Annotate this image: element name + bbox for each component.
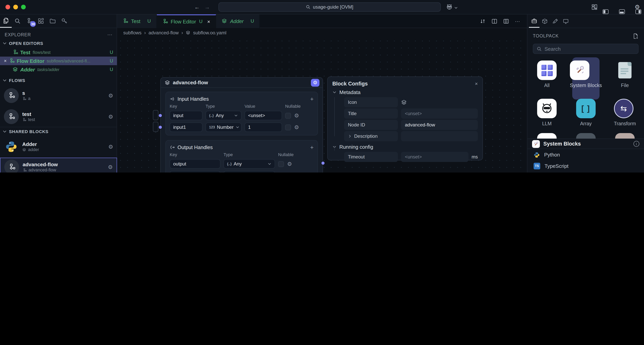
block-title: advanced-flow — [22, 162, 104, 167]
nullable-checkbox[interactable] — [285, 124, 291, 130]
key-field[interactable]: input — [170, 111, 202, 120]
gear-icon[interactable]: ⚙ — [108, 144, 113, 149]
theme-brush-activity-icon[interactable] — [550, 15, 560, 28]
type-select[interactable]: 123Number — [206, 123, 242, 132]
gear-icon[interactable]: ⚙ — [287, 161, 292, 167]
metadata-group[interactable]: Metadata — [332, 88, 478, 96]
extensions-activity-icon[interactable] — [35, 15, 47, 28]
shared-block-adder[interactable]: Adder adder ⚙ — [0, 137, 117, 156]
running-config-group[interactable]: Running config — [332, 143, 478, 151]
category-system-blocks[interactable]: System Blocks — [570, 61, 602, 89]
key-field[interactable]: input1 — [170, 123, 202, 132]
value-field[interactable]: <unset> — [244, 111, 282, 120]
timeout-field-value[interactable]: <unset> — [401, 152, 468, 162]
toolpack-search[interactable] — [533, 44, 638, 54]
node-advanced-flow[interactable]: advanced-flow ⚙ Input Handles + KeyType — [160, 77, 323, 173]
flows-activity-icon[interactable]: 38 — [24, 15, 35, 28]
compare-changes-icon[interactable] — [480, 18, 486, 24]
toolpack-activity-icon[interactable] — [529, 15, 540, 28]
category-llm[interactable]: LLM — [537, 99, 557, 127]
more-actions-icon[interactable]: ··· — [515, 18, 520, 24]
open-editors-section[interactable]: OPEN EDITORS — [2, 41, 43, 46]
window-controls[interactable] — [6, 5, 26, 9]
type-select[interactable]: {..}Any — [224, 159, 275, 169]
preview-monitor-activity-icon[interactable] — [560, 15, 571, 28]
gear-icon[interactable]: ⚙ — [108, 93, 113, 98]
open-editor-test[interactable]: Test flows/test U — [0, 48, 117, 57]
split-editor-icon[interactable] — [492, 18, 497, 24]
chevron-down-icon[interactable] — [454, 6, 458, 10]
flow-item-s[interactable]: s a ⚙ — [0, 86, 117, 105]
type-select[interactable]: {..}Any — [206, 111, 242, 120]
value-field[interactable]: 1 — [244, 123, 282, 132]
shared-blocks-section[interactable]: SHARED BLOCKS — [2, 129, 48, 134]
breadcrumb-item[interactable]: subflows — [123, 30, 142, 36]
system-blocks-header[interactable]: System Blocks i — [527, 139, 644, 149]
gear-icon[interactable]: ⚙ — [294, 113, 299, 118]
flows-section[interactable]: FLOWS — [2, 78, 25, 83]
category-all[interactable]: All — [537, 61, 557, 89]
folder-activity-icon[interactable] — [47, 15, 58, 28]
nullable-checkbox[interactable] — [278, 161, 284, 167]
add-output-icon[interactable]: + — [310, 144, 314, 150]
explorer-activity-icon[interactable] — [0, 15, 12, 28]
input-handle-port[interactable] — [158, 114, 162, 118]
close-icon[interactable]: × — [4, 58, 7, 64]
maximize-window-button[interactable] — [21, 5, 26, 9]
open-editor-adder[interactable]: Adder tasks/adder U — [0, 65, 117, 74]
gear-icon[interactable]: ⚙ — [108, 114, 113, 119]
secrets-key-activity-icon[interactable] — [58, 15, 70, 28]
close-icon[interactable]: × — [207, 19, 210, 24]
breadcrumb-item[interactable]: subflow.oo.yaml — [193, 30, 226, 36]
block-typescript[interactable]: TS TypeScript — [527, 160, 644, 172]
open-editor-flow-editor[interactable]: × Flow Editor subflows/advanced-fl... U — [0, 57, 117, 65]
breadcrumb-item[interactable]: advanced-flow — [148, 30, 179, 36]
output-handle-port[interactable] — [321, 161, 325, 165]
close-icon[interactable]: × — [475, 81, 478, 87]
package-activity-icon[interactable] — [540, 15, 550, 28]
node-header[interactable]: advanced-flow ⚙ — [161, 78, 322, 88]
block-stack-icon[interactable] — [401, 99, 407, 105]
key-field[interactable]: output — [170, 159, 220, 169]
tab-adder[interactable]: Adder U — [216, 14, 260, 28]
block-javascript[interactable]: JS JavaScript — [527, 172, 644, 173]
node-settings-button[interactable]: ⚙ — [311, 79, 320, 87]
flow-item-test[interactable]: test test ⚙ — [0, 107, 117, 126]
assistant-cat-icon[interactable] — [446, 4, 453, 11]
category-transform[interactable]: ⇆ Transform — [614, 99, 636, 127]
add-input-icon[interactable]: + — [310, 95, 314, 102]
minimize-window-button[interactable] — [13, 5, 18, 9]
breadcrumb[interactable]: subflows › advanced-flow › subflow.oo.ya… — [117, 28, 527, 38]
gear-icon[interactable]: ⚙ — [294, 125, 299, 130]
title-field-value[interactable]: <unset> — [401, 109, 478, 119]
description-field-label[interactable]: Description — [344, 131, 398, 141]
gear-icon[interactable]: ⚙ — [108, 164, 113, 170]
close-window-button[interactable] — [6, 5, 10, 9]
shared-block-advanced-flow[interactable]: advanced-flow advanced-flow ⚙ — [0, 158, 117, 173]
nav-forward-icon[interactable]: → — [204, 4, 210, 10]
search-activity-icon[interactable] — [12, 15, 24, 28]
editor-layout-icon[interactable] — [503, 18, 509, 24]
settings-gear-icon[interactable]: ⚙ — [635, 4, 640, 11]
tab-test[interactable]: Test U — [117, 14, 156, 28]
description-field-value[interactable] — [401, 131, 478, 141]
block-python[interactable]: Python — [527, 149, 644, 160]
toolpack-search-input[interactable] — [544, 46, 635, 52]
command-center-search[interactable]: usage-guide [OVM] — [218, 2, 441, 12]
nav-back-icon[interactable]: ← — [194, 4, 200, 10]
input-handle-port[interactable] — [158, 125, 162, 129]
key-field[interactable]: output1 — [170, 171, 220, 173]
category-array[interactable]: [ ] Array — [576, 99, 596, 127]
toggle-left-sidebar-icon[interactable] — [603, 9, 608, 14]
tab-flow-editor[interactable]: Flow Editor U × — [156, 14, 216, 28]
explorer-more-icon[interactable]: ··· — [107, 32, 112, 38]
flow-canvas[interactable]: advanced-flow ⚙ Input Handles + KeyType — [117, 38, 527, 173]
type-select[interactable]: 123Number — [224, 171, 275, 173]
customize-layout-icon[interactable] — [591, 4, 598, 10]
category-file[interactable]: File — [615, 61, 635, 89]
info-icon[interactable]: i — [634, 141, 639, 147]
new-toolpack-icon[interactable] — [633, 33, 638, 39]
toggle-bottom-panel-icon[interactable] — [619, 9, 625, 14]
nullable-checkbox[interactable] — [285, 113, 291, 118]
node-id-field-value[interactable]: advanced-flow — [401, 120, 478, 130]
